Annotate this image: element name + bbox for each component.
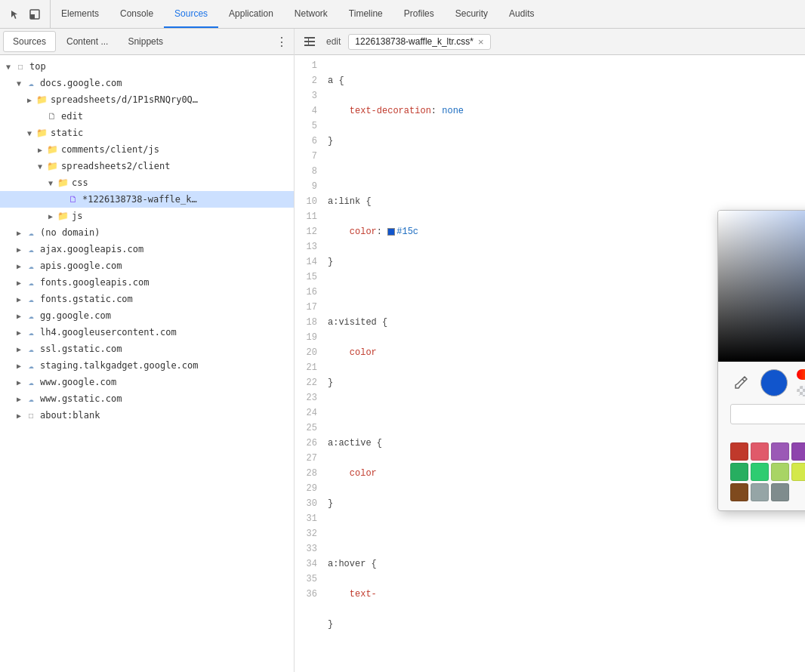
tree-item-gg-google[interactable]: ▶ ☁ gg.google.com xyxy=(0,307,294,324)
arrow-gg-google: ▶ xyxy=(14,312,24,320)
tree-item-css[interactable]: ▼ 📁 css xyxy=(0,174,294,191)
tree-item-fonts-gstatic[interactable]: ▶ ☁ fonts.gstatic.com xyxy=(0,291,294,307)
arrow-staging-talkgadget: ▶ xyxy=(14,362,24,370)
color-swatch-inline[interactable] xyxy=(387,228,395,236)
tree-item-comments[interactable]: ▶ 📁 comments/client/js xyxy=(0,141,294,158)
dock-icon[interactable] xyxy=(26,5,44,23)
sidebar-tab-snippets[interactable]: Snippets xyxy=(119,31,172,52)
sidebar-tabs: Sources Content ... Snippets ⋮ xyxy=(0,29,294,55)
swatch-3[interactable] xyxy=(771,442,789,461)
tab-application[interactable]: Application xyxy=(218,0,284,28)
sidebar-tab-sources[interactable]: Sources xyxy=(3,31,56,52)
tree-item-about-blank[interactable]: ▶ ☐ about:blank xyxy=(0,407,294,424)
tree-label-no-domain: (no domain) xyxy=(40,227,100,238)
tree-item-lh4[interactable]: ▶ ☁ lh4.googleusercontent.com xyxy=(0,324,294,341)
hue-slider[interactable] xyxy=(797,369,805,380)
tree-item-no-domain[interactable]: ▶ ☁ (no domain) xyxy=(0,224,294,241)
nav-tabs: Elements Console Sources Application Net… xyxy=(51,0,544,28)
code-edit-label: edit xyxy=(323,36,344,47)
tree-item-static[interactable]: ▼ 📁 static xyxy=(0,125,294,141)
color-controls xyxy=(718,362,805,396)
tree-label-spreadsheets2: spreadsheets2/client xyxy=(61,161,171,171)
swatch-2[interactable] xyxy=(751,442,769,461)
hex-input-row: ▲ ▼ xyxy=(730,404,805,424)
swatch-11[interactable] xyxy=(751,463,769,481)
tree-item-spreadsheets2[interactable]: ▼ 📁 spreadsheets2/client xyxy=(0,158,294,174)
tree-label-js: js xyxy=(72,211,82,221)
swatch-20[interactable] xyxy=(751,483,769,501)
swatch-10[interactable] xyxy=(730,463,748,481)
arrow-lh4: ▶ xyxy=(14,328,24,337)
tab-elements[interactable]: Elements xyxy=(51,0,109,28)
arrow-static: ▼ xyxy=(24,129,35,137)
tree-item-edit[interactable]: 🗋 edit xyxy=(0,108,294,125)
close-tab-button[interactable]: × xyxy=(478,36,484,48)
tab-profiles[interactable]: Profiles xyxy=(393,0,445,28)
svg-rect-5 xyxy=(308,37,309,46)
code-file-tab[interactable]: 1226138738-waffle_k_ltr.css* × xyxy=(348,34,490,50)
tab-audits[interactable]: Audits xyxy=(498,0,544,28)
tree-item-waffle-css[interactable]: 🗋 *1226138738-waffle_k… xyxy=(0,191,294,208)
tree-item-fonts-googleapis[interactable]: ▶ ☁ fonts.googleapis.com xyxy=(0,274,294,291)
tree-item-top[interactable]: ▼ ☐ top xyxy=(0,58,294,75)
nav-icons xyxy=(0,0,51,28)
hex-area: ▲ ▼ HEX xyxy=(730,404,805,435)
tree-item-docs[interactable]: ▼ ☁ docs.google.com xyxy=(0,75,294,91)
arrow-js: ▶ xyxy=(45,212,56,220)
swatch-21[interactable] xyxy=(771,483,789,501)
tree-item-ssl-gstatic[interactable]: ▶ ☁ ssl.gstatic.com xyxy=(0,341,294,357)
alpha-slider[interactable] xyxy=(797,386,805,396)
tree-label-docs: docs.google.com xyxy=(40,78,122,88)
cloud-icon-www-google: ☁ xyxy=(24,377,38,387)
tree-item-www-gstatic[interactable]: ▶ ☁ www.gstatic.com xyxy=(0,390,294,407)
tree-item-ajax[interactable]: ▶ ☁ ajax.googleapis.com xyxy=(0,241,294,257)
arrow-apis: ▶ xyxy=(14,262,24,270)
arrow-no-domain: ▶ xyxy=(14,229,24,237)
tree-item-www-google[interactable]: ▶ ☁ www.google.com xyxy=(0,374,294,390)
swatch-4[interactable] xyxy=(791,442,805,461)
code-file-tab-name: 1226138738-waffle_k_ltr.css* xyxy=(355,36,473,47)
arrow-docs: ▼ xyxy=(14,79,24,88)
sliders-area xyxy=(797,369,805,396)
tree-item-staging-talkgadget[interactable]: ▶ ☁ staging.talkgadget.google.com xyxy=(0,357,294,374)
folder-icon-comments: 📁 xyxy=(45,144,59,155)
sidebar-more-button[interactable]: ⋮ xyxy=(273,32,291,51)
tree-item-spreadsheets[interactable]: ▶ 📁 spreadsheets/d/1P1sRNQry0Q… xyxy=(0,91,294,108)
swatch-13[interactable] xyxy=(791,463,805,481)
cloud-icon-fonts-googleapis: ☁ xyxy=(24,277,38,288)
arrow-edit xyxy=(35,113,45,121)
svg-rect-3 xyxy=(304,41,315,42)
arrow-top: ▼ xyxy=(3,63,14,71)
swatch-19[interactable] xyxy=(730,483,748,501)
sidebar-tab-content[interactable]: Content ... xyxy=(57,31,117,52)
swatch-12[interactable] xyxy=(771,463,789,481)
tree-label-css: css xyxy=(72,177,88,188)
tree-label-edit: edit xyxy=(61,111,83,122)
cloud-icon-staging-talkgadget: ☁ xyxy=(24,360,38,371)
cloud-icon-www-gstatic: ☁ xyxy=(24,393,38,404)
tree-label-gg-google: gg.google.com xyxy=(40,310,111,321)
swatches-grid xyxy=(730,442,805,501)
swatch-1[interactable] xyxy=(730,442,748,461)
tree-item-apis[interactable]: ▶ ☁ apis.google.com xyxy=(0,257,294,274)
arrow-ssl-gstatic: ▶ xyxy=(14,345,24,353)
arrow-comments: ▶ xyxy=(35,146,45,154)
hex-label: HEX xyxy=(730,426,805,435)
tree-label-fonts-googleapis: fonts.googleapis.com xyxy=(40,277,150,288)
svg-line-6 xyxy=(742,379,745,381)
tree-item-js[interactable]: ▶ 📁 js xyxy=(0,208,294,224)
tab-timeline[interactable]: Timeline xyxy=(338,0,393,28)
tab-sources[interactable]: Sources xyxy=(164,0,218,28)
sidebar-toggle-button[interactable] xyxy=(301,32,319,51)
tab-security[interactable]: Security xyxy=(445,0,498,28)
hex-input[interactable] xyxy=(730,404,805,424)
cursor-icon[interactable] xyxy=(6,5,24,23)
folder-icon-static: 📁 xyxy=(35,128,48,138)
eyedropper-button[interactable] xyxy=(730,372,751,393)
tab-network[interactable]: Network xyxy=(284,0,338,28)
tab-console[interactable]: Console xyxy=(109,0,164,28)
arrow-fonts-gstatic: ▶ xyxy=(14,295,24,304)
color-preview-circle xyxy=(760,369,788,396)
cloud-icon-ssl-gstatic: ☁ xyxy=(24,344,38,354)
color-gradient-area[interactable] xyxy=(718,211,805,362)
